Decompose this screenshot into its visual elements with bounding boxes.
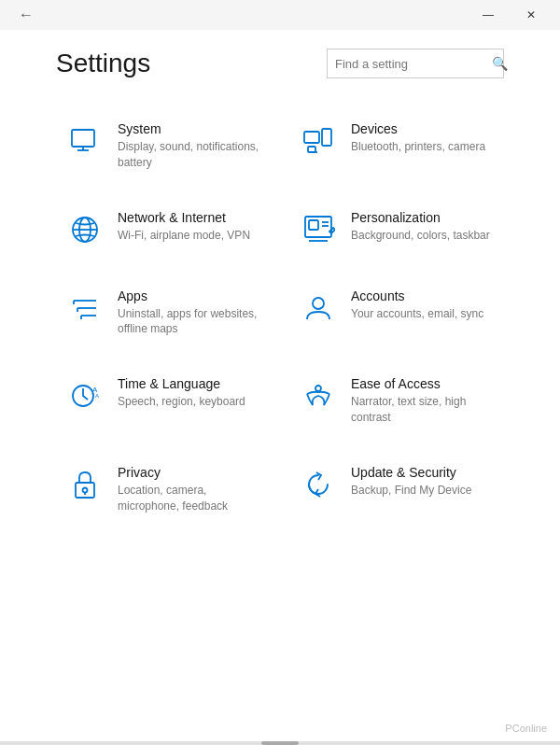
personalization-text: Personalization Background, colors, task… [351, 210, 495, 244]
apps-icon [65, 288, 105, 328]
title-bar: — ✕ [0, 0, 560, 30]
minimize-button[interactable]: — [467, 0, 510, 30]
svg-point-21 [313, 298, 324, 309]
setting-item-ease[interactable]: Ease of Access Narrator, text size, high… [289, 361, 504, 441]
page-title: Settings [56, 49, 150, 78]
search-icon: 🔍 [492, 56, 508, 71]
system-desc: Display, sound, notifications, battery [118, 139, 261, 171]
apps-text: Apps Uninstall, apps for websites, offli… [118, 288, 261, 338]
time-text: Time & Language Speech, region, keyboard [118, 376, 261, 410]
time-icon: A A [65, 376, 105, 415]
devices-name: Devices [351, 121, 495, 136]
ease-name: Ease of Access [351, 376, 495, 391]
svg-text:A: A [95, 393, 99, 399]
setting-item-accounts[interactable]: Accounts Your accounts, email, sync [289, 274, 504, 353]
setting-item-personalization[interactable]: Personalization Background, colors, task… [289, 195, 504, 264]
setting-item-time[interactable]: A A Time & Language Speech, region, keyb… [56, 361, 271, 441]
accounts-desc: Your accounts, email, sync [351, 306, 495, 322]
svg-rect-4 [322, 129, 331, 146]
network-icon [65, 210, 105, 249]
personalization-name: Personalization [351, 210, 495, 225]
update-name: Update & Security [351, 465, 495, 480]
system-name: System [118, 121, 261, 136]
apps-desc: Uninstall, apps for websites, offline ma… [118, 306, 261, 338]
setting-item-network[interactable]: Network & Internet Wi-Fi, airplane mode,… [56, 195, 271, 264]
svg-point-25 [315, 386, 321, 391]
ease-icon [299, 376, 338, 415]
privacy-name: Privacy [118, 465, 261, 480]
update-text: Update & Security Backup, Find My Device [351, 465, 495, 499]
setting-item-system[interactable]: System Display, sound, notifications, ba… [56, 106, 271, 186]
svg-rect-3 [304, 132, 319, 143]
svg-rect-11 [309, 220, 318, 230]
privacy-icon [65, 465, 105, 504]
devices-desc: Bluetooth, printers, camera [351, 139, 495, 155]
accounts-icon [299, 288, 338, 328]
network-name: Network & Internet [118, 210, 261, 225]
close-button[interactable]: ✕ [510, 0, 553, 30]
network-desc: Wi-Fi, airplane mode, VPN [118, 228, 261, 244]
svg-point-27 [83, 487, 88, 492]
watermark: PConline [505, 723, 547, 734]
setting-item-devices[interactable]: Devices Bluetooth, printers, camera [289, 106, 504, 186]
svg-rect-0 [72, 130, 94, 147]
time-desc: Speech, region, keyboard [118, 394, 261, 410]
header-row: Settings 🔍 [56, 49, 504, 78]
setting-item-update[interactable]: Update & Security Backup, Find My Device [289, 450, 504, 529]
ease-desc: Narrator, text size, high contrast [351, 394, 495, 426]
time-name: Time & Language [118, 376, 261, 391]
search-input[interactable] [335, 57, 492, 71]
taskbar-handle [261, 741, 299, 745]
network-text: Network & Internet Wi-Fi, airplane mode,… [118, 210, 261, 244]
personalization-desc: Background, colors, taskbar [351, 228, 495, 244]
settings-window: — ✕ ← Settings 🔍 Syste [0, 0, 560, 745]
accounts-name: Accounts [351, 288, 495, 303]
search-box[interactable]: 🔍 [327, 49, 504, 78]
privacy-text: Privacy Location, camera, microphone, fe… [118, 465, 261, 514]
devices-icon [299, 121, 338, 161]
accounts-text: Accounts Your accounts, email, sync [351, 288, 495, 322]
settings-grid: System Display, sound, notifications, ba… [56, 106, 504, 528]
taskbar-line [0, 741, 560, 745]
devices-text: Devices Bluetooth, printers, camera [351, 121, 495, 155]
setting-item-privacy[interactable]: Privacy Location, camera, microphone, fe… [56, 450, 271, 529]
system-icon [65, 121, 105, 161]
back-button[interactable]: ← [11, 6, 41, 24]
setting-item-apps[interactable]: Apps Uninstall, apps for websites, offli… [56, 274, 271, 353]
system-text: System Display, sound, notifications, ba… [118, 121, 261, 171]
privacy-desc: Location, camera, microphone, feedback [118, 483, 261, 514]
main-content: Settings 🔍 System Display, sound, n [0, 30, 560, 745]
update-icon [299, 465, 338, 504]
update-desc: Backup, Find My Device [351, 483, 495, 499]
svg-rect-26 [76, 483, 94, 498]
ease-text: Ease of Access Narrator, text size, high… [351, 376, 495, 426]
apps-name: Apps [118, 288, 261, 303]
personalization-icon [299, 210, 338, 249]
